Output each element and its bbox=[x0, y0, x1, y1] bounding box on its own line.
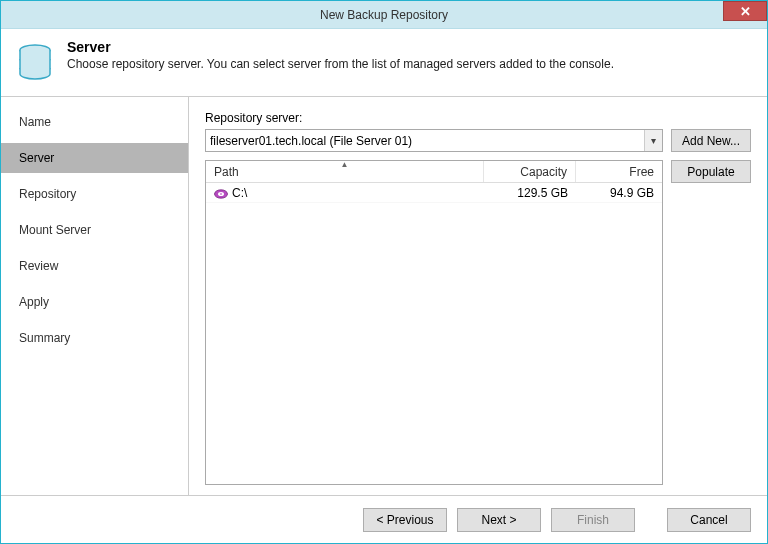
dialog-window: New Backup Repository ✕ Server Choose re… bbox=[0, 0, 768, 544]
table-body: C:\ 129.5 GB 94.9 GB bbox=[206, 183, 662, 484]
wizard-content: Repository server: fileserver01.tech.loc… bbox=[189, 97, 767, 495]
cell-path: C:\ bbox=[206, 186, 484, 200]
col-free-label: Free bbox=[629, 165, 654, 179]
sidebar-item-server[interactable]: Server bbox=[1, 143, 188, 173]
repo-server-combo[interactable]: fileserver01.tech.local (File Server 01)… bbox=[205, 129, 663, 152]
header-text: Server Choose repository server. You can… bbox=[67, 39, 753, 71]
sidebar-item-summary[interactable]: Summary bbox=[1, 323, 188, 353]
sidebar-item-repository[interactable]: Repository bbox=[1, 179, 188, 209]
cell-capacity: 129.5 GB bbox=[484, 186, 576, 200]
col-path-label: Path bbox=[214, 165, 239, 179]
wizard-sidebar: Name Server Repository Mount Server Revi… bbox=[1, 97, 189, 495]
dialog-body: Name Server Repository Mount Server Revi… bbox=[1, 97, 767, 495]
repo-server-row: fileserver01.tech.local (File Server 01)… bbox=[205, 129, 751, 152]
previous-button[interactable]: < Previous bbox=[363, 508, 447, 532]
sidebar-item-name[interactable]: Name bbox=[1, 107, 188, 137]
svg-point-3 bbox=[220, 193, 222, 194]
finish-button: Finish bbox=[551, 508, 635, 532]
cell-free: 94.9 GB bbox=[576, 186, 662, 200]
volumes-table: Path ▲ Capacity Free bbox=[205, 160, 663, 485]
wizard-header: Server Choose repository server. You can… bbox=[1, 29, 767, 97]
repo-server-label: Repository server: bbox=[205, 111, 751, 125]
table-row[interactable]: C:\ 129.5 GB 94.9 GB bbox=[206, 183, 662, 203]
populate-button[interactable]: Populate bbox=[671, 160, 751, 183]
page-title: Server bbox=[67, 39, 753, 55]
cell-path-text: C:\ bbox=[232, 186, 247, 200]
col-capacity-label: Capacity bbox=[520, 165, 567, 179]
page-subtitle: Choose repository server. You can select… bbox=[67, 57, 753, 71]
cancel-button[interactable]: Cancel bbox=[667, 508, 751, 532]
sidebar-item-review[interactable]: Review bbox=[1, 251, 188, 281]
volumes-area: Path ▲ Capacity Free bbox=[205, 160, 751, 485]
titlebar: New Backup Repository ✕ bbox=[1, 1, 767, 29]
table-header: Path ▲ Capacity Free bbox=[206, 161, 662, 183]
col-path[interactable]: Path ▲ bbox=[206, 161, 484, 182]
add-new-button[interactable]: Add New... bbox=[671, 129, 751, 152]
disk-icon bbox=[214, 188, 228, 198]
wizard-footer: < Previous Next > Finish Cancel bbox=[1, 495, 767, 543]
chevron-down-icon: ▾ bbox=[644, 130, 662, 151]
sidebar-item-mount-server[interactable]: Mount Server bbox=[1, 215, 188, 245]
col-capacity[interactable]: Capacity bbox=[484, 161, 576, 182]
close-button[interactable]: ✕ bbox=[723, 1, 767, 21]
next-button[interactable]: Next > bbox=[457, 508, 541, 532]
sidebar-item-apply[interactable]: Apply bbox=[1, 287, 188, 317]
repository-stack-icon bbox=[15, 41, 55, 81]
window-title: New Backup Repository bbox=[320, 8, 448, 22]
sort-asc-icon: ▲ bbox=[341, 160, 349, 169]
table-side-buttons: Populate bbox=[671, 160, 751, 485]
repo-server-select[interactable]: fileserver01.tech.local (File Server 01) bbox=[206, 130, 644, 151]
close-icon: ✕ bbox=[740, 4, 751, 19]
col-free[interactable]: Free bbox=[576, 161, 662, 182]
